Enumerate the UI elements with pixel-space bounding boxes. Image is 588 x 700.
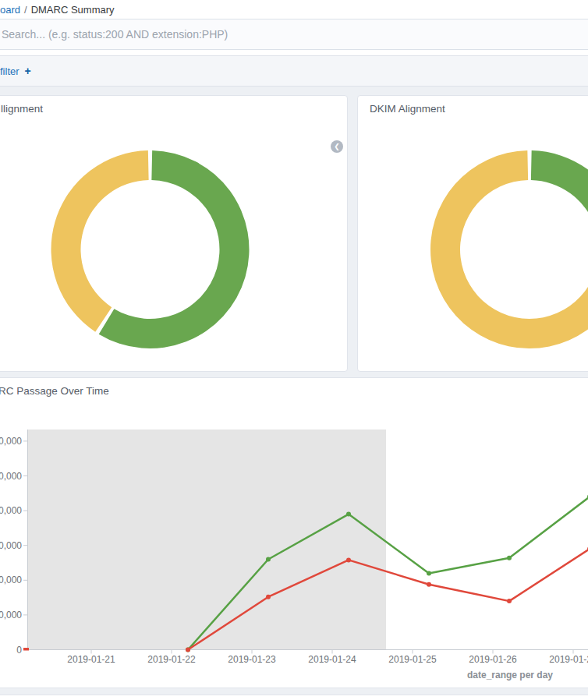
- x-axis-tick-label: 2019-01-26: [469, 654, 517, 665]
- breadcrumb-current: DMARC Summary: [31, 4, 115, 16]
- data-point-green[interactable]: [427, 571, 431, 575]
- search-input[interactable]: [0, 19, 588, 50]
- data-point-red[interactable]: [507, 599, 512, 603]
- x-axis-tick-label: 2019-01-21: [67, 654, 115, 665]
- spf-donut-chart[interactable]: [50, 150, 250, 349]
- breadcrumb: oard/DMARC Summary: [0, 3, 115, 17]
- y-axis-tick-label: 0,000: [0, 574, 22, 585]
- donut-slice-green[interactable]: [531, 150, 588, 227]
- y-axis-tick-label: 0,000: [0, 471, 22, 482]
- y-axis-tick-label: 0,000: [0, 540, 22, 551]
- data-point-green[interactable]: [507, 556, 512, 560]
- time-selection-region[interactable]: [27, 430, 386, 650]
- dkim-panel-title: DKIM Alignment: [370, 103, 445, 115]
- spf-panel-title: llignment: [1, 103, 43, 115]
- passage-panel-title: RC Passage Over Time: [0, 385, 109, 397]
- breadcrumb-separator: /: [24, 4, 27, 16]
- y-axis-tick-label: 0,000: [0, 436, 22, 447]
- y-axis-tick-label: 0,000: [0, 610, 22, 620]
- x-axis-tick-label: 2019-01-25: [388, 654, 437, 665]
- x-axis-tick-label: 2019-01-22: [147, 654, 196, 665]
- data-point-red[interactable]: [186, 648, 190, 652]
- x-axis-label: date_range per day: [467, 670, 553, 681]
- breadcrumb-dashboard-link[interactable]: oard: [0, 4, 20, 16]
- x-axis-tick-label: 2019-01-23: [228, 654, 276, 665]
- dmarc-dashboard: { "breadcrumb": { "link_text": "oard", "…: [0, 0, 588, 700]
- y-axis-tick-label: 0,000: [0, 505, 22, 516]
- dkim-donut-chart[interactable]: [430, 150, 588, 349]
- clipped-data-point-red: [23, 648, 29, 651]
- donut-slice-yellow[interactable]: [51, 150, 149, 332]
- data-point-red[interactable]: [346, 557, 351, 562]
- data-point-red[interactable]: [266, 595, 271, 599]
- x-axis-tick-label: 2019-01-27: [549, 654, 588, 665]
- data-point-green[interactable]: [266, 557, 271, 562]
- filter-bar: filter+: [0, 55, 588, 87]
- plus-icon[interactable]: +: [25, 65, 31, 77]
- x-axis-tick-label: 2019-01-24: [308, 654, 356, 665]
- chevron-left-icon[interactable]: ❮: [331, 140, 343, 153]
- dmarc-passage-line-chart: 0,0000,0000,0000,0000,0000,00002019-01-2…: [0, 421, 588, 700]
- add-filter-link[interactable]: filter+: [0, 56, 31, 86]
- add-filter-label[interactable]: filter: [0, 65, 19, 77]
- data-point-green[interactable]: [346, 512, 351, 517]
- y-axis-tick-label: 0: [16, 645, 22, 656]
- next-panel-partial: [0, 695, 588, 700]
- data-point-red[interactable]: [427, 582, 431, 587]
